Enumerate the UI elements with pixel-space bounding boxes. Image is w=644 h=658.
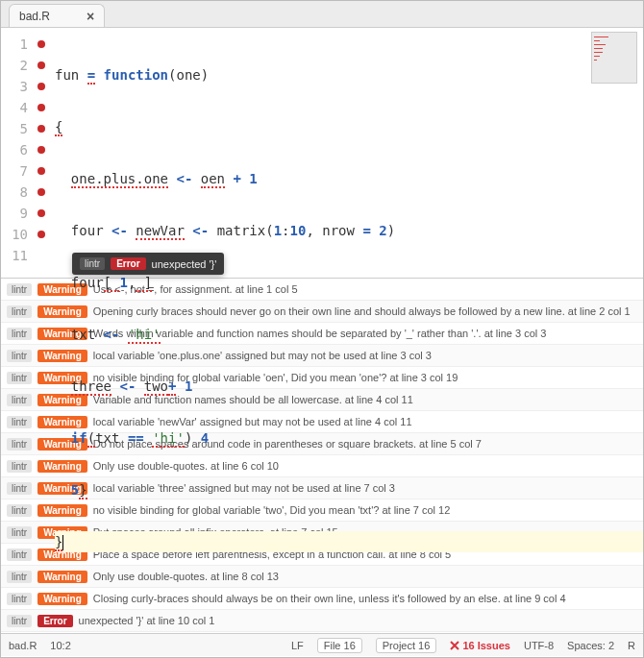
issue-source: lintr xyxy=(7,305,32,318)
code-line[interactable]: { xyxy=(55,116,643,137)
code-line[interactable]: if(txt == 'hi') 4 xyxy=(55,427,643,449)
status-indent[interactable]: Spaces: 2 xyxy=(567,640,614,651)
error-icon xyxy=(450,641,459,650)
error-dot-icon xyxy=(37,209,45,217)
issue-source: lintr xyxy=(7,526,32,539)
tab-bad-r[interactable]: bad.R × xyxy=(9,4,105,27)
status-bar: bad.R 10:2 LF File 16 Project 16 16 Issu… xyxy=(1,633,643,656)
code-line[interactable]: 5} xyxy=(55,479,643,500)
code-editor[interactable]: 1234567891011 fun = function(one) { one.… xyxy=(1,28,643,278)
lint-marker[interactable] xyxy=(34,139,49,160)
issue-source: lintr xyxy=(7,615,32,627)
code-line[interactable]: one.plus.one <- oen + 1 xyxy=(55,168,643,189)
lint-marker[interactable] xyxy=(34,160,49,182)
minimap[interactable]: ▬▬▬▬▬▬▬▬▬▬▬▬▬▬▬▬▬▬▬▬ xyxy=(591,32,637,84)
error-dot-icon xyxy=(37,104,45,111)
lint-marker[interactable] xyxy=(34,34,49,55)
issue-source: lintr xyxy=(7,350,32,362)
status-cursor-pos[interactable]: 10:2 xyxy=(50,640,70,651)
error-dot-icon xyxy=(37,146,45,154)
issue-source: lintr xyxy=(7,283,32,296)
code-line[interactable]: three <- two+ 1 xyxy=(55,376,643,397)
error-dot-icon xyxy=(37,83,45,90)
status-line-ending[interactable]: LF xyxy=(291,640,304,651)
error-dot-icon xyxy=(37,231,45,238)
code-line[interactable]: fun = function(one) xyxy=(55,64,643,85)
status-issues-count[interactable]: 16 Issues xyxy=(450,640,510,651)
lint-marker[interactable] xyxy=(34,245,49,266)
line-number: 5 xyxy=(1,118,28,139)
line-number: 7 xyxy=(1,160,28,182)
tooltip-message: unexpected '}' xyxy=(152,258,217,270)
tooltip-source: lintr xyxy=(80,257,105,270)
line-number: 10 xyxy=(1,224,28,245)
issue-source: lintr xyxy=(7,394,32,406)
tab-title: bad.R xyxy=(19,10,50,23)
lint-marker[interactable] xyxy=(34,97,49,118)
line-number: 1 xyxy=(1,34,28,55)
lint-marker[interactable] xyxy=(34,224,49,245)
line-number: 8 xyxy=(1,182,28,203)
code-line[interactable] xyxy=(55,583,643,604)
lint-tooltip: lintr Error unexpected '}' xyxy=(72,253,224,275)
close-icon[interactable]: × xyxy=(87,10,94,23)
status-filename[interactable]: bad.R xyxy=(9,640,37,651)
issue-source: lintr xyxy=(7,593,32,605)
tooltip-level-badge: Error xyxy=(111,257,145,270)
line-number: 2 xyxy=(1,55,28,76)
line-number: 6 xyxy=(1,139,28,160)
issue-source: lintr xyxy=(7,571,32,583)
status-file-issues[interactable]: File 16 xyxy=(317,638,362,653)
error-dot-icon xyxy=(37,167,45,175)
error-dot-icon xyxy=(37,188,45,196)
lint-marker[interactable] xyxy=(34,182,49,203)
lint-marker[interactable] xyxy=(34,118,49,139)
line-number: 3 xyxy=(1,76,28,97)
code-line[interactable]: } xyxy=(55,531,643,552)
issue-source: lintr xyxy=(7,460,32,473)
line-number: 4 xyxy=(1,97,28,118)
error-dot-icon xyxy=(37,125,45,133)
code-line[interactable]: four <- newVar <- matrix(1:10, nrow = 2) xyxy=(55,220,643,241)
lint-marker[interactable] xyxy=(34,55,49,76)
status-encoding[interactable]: UTF-8 xyxy=(524,640,554,651)
error-dot-icon xyxy=(37,40,45,48)
error-dot-icon xyxy=(37,61,45,69)
line-gutter: 1234567891011 xyxy=(1,28,34,278)
status-project-issues[interactable]: Project 16 xyxy=(376,638,437,653)
issue-source: lintr xyxy=(7,548,32,561)
issue-source: lintr xyxy=(7,416,32,428)
issue-source: lintr xyxy=(7,482,32,495)
lint-marker[interactable] xyxy=(34,203,49,224)
issue-source: lintr xyxy=(7,438,32,451)
issue-source: lintr xyxy=(7,504,32,517)
status-language[interactable]: R xyxy=(628,640,635,651)
lint-marker-gutter xyxy=(34,28,49,278)
line-number: 11 xyxy=(1,245,28,266)
line-number: 9 xyxy=(1,203,28,224)
code-area[interactable]: fun = function(one) { one.plus.one <- oe… xyxy=(49,28,643,278)
issue-source: lintr xyxy=(7,328,32,340)
code-line[interactable]: txt <- 'hi' xyxy=(55,324,643,345)
lint-marker[interactable] xyxy=(34,76,49,97)
issue-source: lintr xyxy=(7,372,32,384)
code-line[interactable]: four[ 1, ] xyxy=(55,272,643,293)
tab-bar: bad.R × xyxy=(1,1,643,28)
